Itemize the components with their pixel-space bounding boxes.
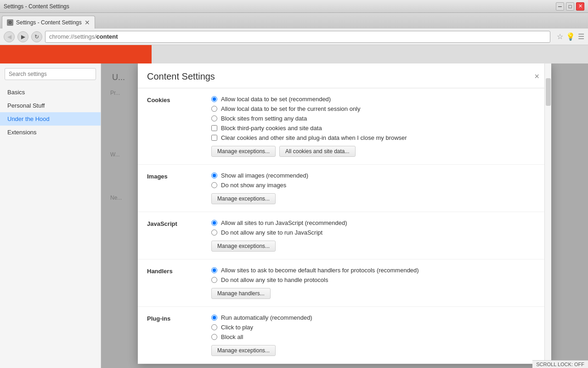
handlers-radio-1[interactable] bbox=[211, 267, 217, 273]
images-section: Images Show all images (recommended) Do … bbox=[138, 165, 551, 212]
modal-header: Content Settings × bbox=[138, 63, 551, 88]
orange-bar bbox=[0, 45, 152, 63]
modal-title: Content Settings bbox=[147, 71, 215, 82]
manage-exceptions-cookies-button[interactable]: Manage exceptions... bbox=[211, 146, 276, 157]
title-bar: Settings - Content Settings ─ □ ✕ bbox=[0, 0, 588, 13]
images-option-1: Show all images (recommended) bbox=[211, 172, 542, 179]
cookies-option-2-label: Allow local data to be set for the curre… bbox=[221, 105, 361, 112]
search-input[interactable] bbox=[5, 68, 96, 80]
handlers-option-2: Do not allow any site to handle protocol… bbox=[211, 276, 542, 283]
handlers-radio-2[interactable] bbox=[211, 277, 217, 283]
plugins-option-3: Block all bbox=[211, 334, 542, 340]
close-button[interactable]: ✕ bbox=[576, 2, 584, 11]
sidebar-item-basics[interactable]: Basics bbox=[0, 86, 101, 99]
bg-page: U... Pr... W... Ne... Content Settings ×… bbox=[101, 63, 588, 368]
cookies-checkbox-2: Clear cookies and other site and plug-in… bbox=[211, 134, 542, 141]
handlers-option-2-label: Do not allow any site to handle protocol… bbox=[221, 276, 328, 283]
manage-exceptions-plugins-button[interactable]: Manage exceptions... bbox=[211, 345, 276, 356]
reload-button[interactable]: ↻ bbox=[31, 31, 42, 42]
javascript-radio-2[interactable] bbox=[211, 230, 217, 236]
sidebar-item-personal[interactable]: Personal Stuff bbox=[0, 99, 101, 112]
cookies-checkbox-input-1[interactable] bbox=[211, 125, 217, 131]
tab-favicon: ⚙ bbox=[7, 19, 13, 26]
plugins-content: Run automatically (recommended) Click to… bbox=[211, 314, 542, 356]
plugins-radio-2[interactable] bbox=[211, 324, 217, 330]
minimize-button[interactable]: ─ bbox=[556, 2, 564, 11]
sidebar: Basics Personal Stuff Under the Hood Ext… bbox=[0, 63, 101, 368]
menu-icon[interactable]: ☰ bbox=[578, 32, 584, 41]
cookies-option-1: Allow local data to be set (recommended) bbox=[211, 96, 542, 103]
cookies-checkbox-input-2[interactable] bbox=[211, 135, 217, 141]
plugins-option-1-label: Run automatically (recommended) bbox=[221, 314, 312, 321]
modal-backdrop: Content Settings × Cookies Allow local d… bbox=[101, 63, 588, 368]
cookies-buttons: Manage exceptions... All cookies and sit… bbox=[211, 146, 542, 157]
handlers-buttons: Manage handlers... bbox=[211, 288, 542, 299]
back-button[interactable]: ◀ bbox=[4, 31, 15, 42]
orange-bar-area bbox=[0, 45, 588, 63]
manage-handlers-button[interactable]: Manage handlers... bbox=[211, 288, 271, 299]
cookies-checkbox-2-label: Clear cookies and other site and plug-in… bbox=[221, 134, 407, 141]
javascript-section: JavaScript Allow all sites to run JavaSc… bbox=[138, 212, 551, 259]
handlers-label: Handlers bbox=[147, 267, 202, 299]
manage-exceptions-images-button[interactable]: Manage exceptions... bbox=[211, 193, 276, 204]
plugins-radio-3[interactable] bbox=[211, 334, 217, 340]
javascript-option-2-label: Do not allow any site to run JavaScript bbox=[221, 229, 322, 236]
title-bar-controls: ─ □ ✕ bbox=[556, 2, 584, 11]
javascript-option-1: Allow all sites to run JavaScript (recom… bbox=[211, 219, 542, 226]
images-option-2: Do not show any images bbox=[211, 182, 542, 189]
cookies-option-2: Allow local data to be set for the curre… bbox=[211, 105, 542, 112]
sidebar-item-extensions[interactable]: Extensions bbox=[0, 126, 101, 139]
maximize-button[interactable]: □ bbox=[566, 2, 574, 11]
javascript-content: Allow all sites to run JavaScript (recom… bbox=[211, 219, 542, 252]
modal-close-button[interactable]: × bbox=[531, 71, 542, 82]
url-bar[interactable]: chrome://settings/content bbox=[45, 31, 550, 43]
handlers-option-1-label: Allow sites to ask to become default han… bbox=[221, 267, 419, 274]
plugins-option-3-label: Block all bbox=[221, 334, 243, 340]
cookies-option-1-label: Allow local data to be set (recommended) bbox=[221, 96, 331, 103]
cookies-radio-2[interactable] bbox=[211, 106, 217, 112]
all-cookies-button[interactable]: All cookies and site data... bbox=[279, 146, 355, 157]
modal-body: Cookies Allow local data to be set (reco… bbox=[138, 88, 551, 364]
address-bar: ◀ ▶ ↻ chrome://settings/content ☆ 💡 ☰ bbox=[0, 29, 588, 45]
bookmark-icon[interactable]: ☆ bbox=[557, 32, 563, 41]
url-bold: content bbox=[96, 33, 118, 40]
plugins-option-2: Click to play bbox=[211, 324, 542, 331]
images-option-1-label: Show all images (recommended) bbox=[221, 172, 308, 179]
tab-bar: ⚙ Settings - Content Settings ✕ bbox=[0, 13, 588, 29]
cookies-label: Cookies bbox=[147, 96, 202, 157]
tab-label: Settings - Content Settings bbox=[16, 19, 82, 26]
window-title: Settings - Content Settings bbox=[4, 3, 69, 10]
plugins-option-1: Run automatically (recommended) bbox=[211, 314, 542, 321]
javascript-radio-1[interactable] bbox=[211, 220, 217, 226]
images-radio-2[interactable] bbox=[211, 182, 217, 188]
modal-scrollbar[interactable] bbox=[544, 63, 551, 364]
manage-exceptions-js-button[interactable]: Manage exceptions... bbox=[211, 241, 276, 252]
plugins-radio-1[interactable] bbox=[211, 315, 217, 321]
cookies-checkbox-1-label: Block third-party cookies and site data bbox=[221, 125, 322, 132]
scroll-lock-text: SCROLL LOCK: OFF bbox=[536, 362, 584, 367]
images-option-2-label: Do not show any images bbox=[221, 182, 286, 189]
plugins-section: Plug-ins Run automatically (recommended)… bbox=[138, 307, 551, 364]
images-content: Show all images (recommended) Do not sho… bbox=[211, 172, 542, 204]
cookies-option-3: Block sites from setting any data bbox=[211, 115, 542, 122]
main-layout: Basics Personal Stuff Under the Hood Ext… bbox=[0, 63, 588, 368]
javascript-label: JavaScript bbox=[147, 219, 202, 252]
handlers-content: Allow sites to ask to become default han… bbox=[211, 267, 542, 299]
content-settings-modal: Content Settings × Cookies Allow local d… bbox=[138, 63, 551, 364]
handlers-section: Handlers Allow sites to ask to become de… bbox=[138, 259, 551, 307]
bulb-icon[interactable]: 💡 bbox=[566, 32, 575, 41]
active-tab[interactable]: ⚙ Settings - Content Settings ✕ bbox=[2, 16, 95, 29]
cookies-radio-3[interactable] bbox=[211, 115, 217, 121]
javascript-option-2: Do not allow any site to run JavaScript bbox=[211, 229, 542, 236]
plugins-label: Plug-ins bbox=[147, 314, 202, 356]
forward-button[interactable]: ▶ bbox=[17, 31, 28, 42]
handlers-option-1: Allow sites to ask to become default han… bbox=[211, 267, 542, 274]
tab-close-button[interactable]: ✕ bbox=[85, 19, 90, 26]
javascript-option-1-label: Allow all sites to run JavaScript (recom… bbox=[221, 219, 347, 226]
sidebar-item-under-hood[interactable]: Under the Hood bbox=[0, 112, 101, 126]
scrollbar-thumb[interactable] bbox=[546, 78, 551, 106]
cookies-radio-1[interactable] bbox=[211, 96, 217, 102]
images-buttons: Manage exceptions... bbox=[211, 193, 542, 204]
images-radio-1[interactable] bbox=[211, 172, 217, 178]
plugins-option-2-label: Click to play bbox=[221, 324, 253, 331]
